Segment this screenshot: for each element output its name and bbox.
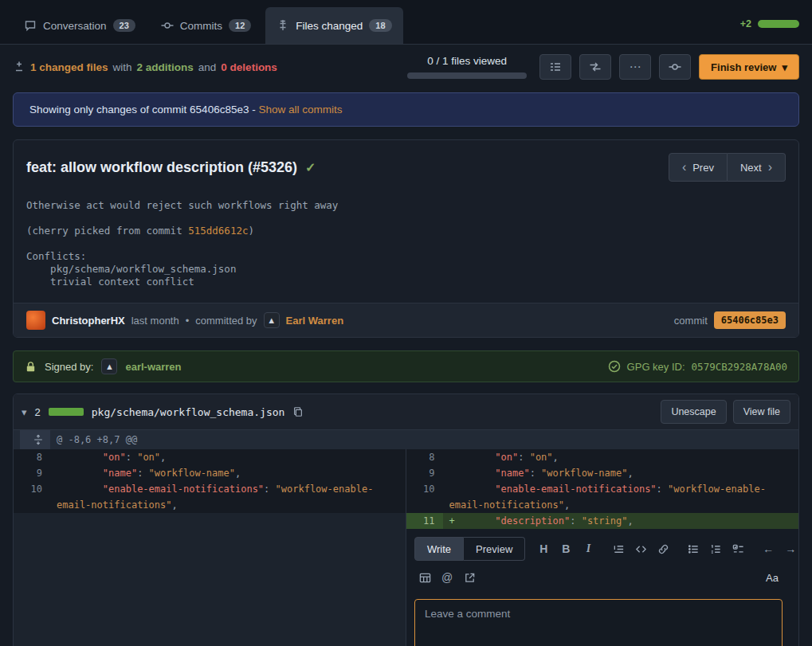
diff-code-row: 8 "on": "on",8 "on": "on", xyxy=(14,449,798,465)
preview-tab[interactable]: Preview xyxy=(464,537,525,561)
additions-count: +2 xyxy=(740,18,751,29)
commit-message-line: Otherwise act would reject such workflow… xyxy=(26,199,786,212)
list-ordered-icon[interactable] xyxy=(705,538,726,559)
line-number[interactable]: 8 xyxy=(14,449,50,465)
view-file-button[interactable]: View file xyxy=(733,400,790,424)
tab-files-changed[interactable]: Files changed 18 xyxy=(265,7,402,44)
tab-conversation[interactable]: Conversation 23 xyxy=(13,7,147,44)
next-commit-button[interactable]: Next › xyxy=(728,153,786,182)
file-name[interactable]: pkg/schema/workflow_schema.json xyxy=(92,406,285,418)
code-line[interactable]: "enable-email-notifications": "workflow-… xyxy=(50,481,406,513)
commit-status-check-icon[interactable]: ✓ xyxy=(305,160,316,175)
code-line[interactable]: "on": "on", xyxy=(50,449,406,465)
committer-name[interactable]: Earl Warren xyxy=(286,315,344,327)
file-header-actions: Unescape View file xyxy=(661,400,790,424)
copy-filename-icon[interactable] xyxy=(292,406,304,417)
prev-label: Prev xyxy=(692,162,714,174)
line-number[interactable]: 10 xyxy=(14,481,50,513)
author-avatar[interactable] xyxy=(26,311,45,330)
italic-icon[interactable]: I xyxy=(578,538,598,559)
tab-commits[interactable]: Commits 12 xyxy=(150,7,263,44)
unescape-button[interactable]: Unescape xyxy=(661,400,726,424)
table-icon[interactable] xyxy=(414,567,435,588)
commit-select-button[interactable] xyxy=(659,54,691,80)
commit-conflicts-block: Conflicts: pkg/schema/workflow_schema.js… xyxy=(26,250,786,288)
cherry-pick-text: ) xyxy=(248,225,254,237)
commit-label: commit xyxy=(674,315,708,327)
tab-label: Files changed xyxy=(296,20,363,32)
file-tree-toggle-button[interactable] xyxy=(539,54,571,80)
diff-options-button[interactable]: ⋯ xyxy=(619,54,651,80)
undo-icon[interactable]: ← xyxy=(758,538,779,559)
diff-view-toggle-button[interactable] xyxy=(579,54,611,80)
triangle-icon: ▲ xyxy=(105,362,114,371)
cherry-pick-text: (cherry picked from commit xyxy=(26,225,188,237)
comment-textarea[interactable] xyxy=(414,599,783,646)
font-size-toggle[interactable]: Aa xyxy=(762,567,783,588)
diff-file-box: ▾ 2 pkg/schema/workflow_schema.json Unes… xyxy=(13,393,799,646)
code-line[interactable]: "on": "on", xyxy=(443,449,799,465)
diff-summary-row: 1 changed files with 2 additions and 0 d… xyxy=(0,45,812,86)
line-number[interactable]: 9 xyxy=(14,465,50,481)
code-icon[interactable] xyxy=(630,538,651,559)
collapse-file-button[interactable]: ▾ xyxy=(22,406,27,418)
editor-tools: H B I xyxy=(533,538,799,559)
tab-count-badge: 18 xyxy=(369,19,391,32)
diff-code-row: 9 "name": "workflow-name",9 "name": "wor… xyxy=(14,465,798,481)
next-label: Next xyxy=(740,162,762,174)
pr-tab-bar: Conversation 23 Commits 12 Files changed… xyxy=(0,0,812,45)
file-diff-icon xyxy=(277,19,289,32)
quote-icon[interactable] xyxy=(608,538,629,559)
prev-commit-button[interactable]: ‹ Prev xyxy=(669,153,728,182)
empty-diff-cell xyxy=(14,513,50,529)
hunk-header-text: @ -8,6 +8,7 @@ xyxy=(50,430,798,449)
diff-summary-text: 1 changed files with 2 additions and 0 d… xyxy=(13,61,277,73)
commit-sha-badge[interactable]: 65406c85e3 xyxy=(714,311,786,329)
commit-pager: ‹ Prev Next › xyxy=(669,153,786,182)
file-change-count: 2 xyxy=(35,406,41,418)
list-unordered-icon[interactable] xyxy=(683,538,704,559)
empty-diff-cell xyxy=(50,513,406,529)
finish-review-button[interactable]: Finish review ▾ xyxy=(699,54,799,80)
mention-icon[interactable]: @ xyxy=(437,567,457,588)
pull-request-files-page: Conversation 23 Commits 12 Files changed… xyxy=(0,0,812,646)
line-number[interactable]: 10 xyxy=(406,481,443,513)
summary-word: and xyxy=(198,61,217,73)
show-all-commits-link[interactable]: Show all commits xyxy=(258,104,342,115)
code-line[interactable]: "name": "workflow-name", xyxy=(443,465,799,481)
tab-label: Commits xyxy=(180,20,222,32)
line-number[interactable]: 9 xyxy=(406,465,443,481)
code-line[interactable]: "enable-email-notifications": "workflow-… xyxy=(443,481,799,513)
ellipsis-icon: ⋯ xyxy=(630,60,641,74)
cherry-pick-commit-link[interactable]: 515dd6612c xyxy=(188,225,248,237)
gpg-verified-icon xyxy=(608,360,621,373)
write-tab[interactable]: Write xyxy=(414,537,464,561)
commit-notice-banner: Showing only changes of commit 65406c85e… xyxy=(13,92,799,127)
redo-icon[interactable]: → xyxy=(780,538,799,559)
chevron-right-icon: › xyxy=(768,160,772,174)
author-name[interactable]: ChristopherHX xyxy=(52,315,125,327)
commit-time: last month xyxy=(131,315,179,327)
diffstat-bar xyxy=(758,20,799,28)
heading-icon[interactable]: H xyxy=(533,538,554,559)
code-line[interactable]: + "description": "string", xyxy=(443,513,799,529)
files-viewed-label: 0 / 1 files viewed xyxy=(407,55,527,67)
commit-header: feat: allow workflow description (#5326)… xyxy=(14,140,798,188)
file-diffstat-bar xyxy=(49,408,84,416)
link-icon[interactable] xyxy=(653,538,673,559)
signer-avatar[interactable]: ▲ xyxy=(101,358,117,374)
reference-icon[interactable] xyxy=(459,567,480,588)
line-number[interactable]: 11 xyxy=(406,513,443,529)
committer-avatar[interactable]: ▲ xyxy=(264,312,280,328)
signer-name[interactable]: earl-warren xyxy=(125,361,181,373)
line-number[interactable]: 8 xyxy=(406,449,443,465)
empty-diff-cell xyxy=(50,529,406,646)
deletions-text: 0 deletions xyxy=(221,61,277,73)
diff-code-row: 10 "enable-email-notifications": "workfl… xyxy=(14,481,798,513)
review-toolbar: 0 / 1 files viewed ⋯ Finish review ▾ xyxy=(407,54,799,80)
changed-files-link[interactable]: 1 changed files xyxy=(30,61,108,73)
checklist-icon[interactable] xyxy=(728,538,748,559)
tab-count-badge: 12 xyxy=(229,19,251,32)
bold-icon[interactable]: B xyxy=(555,538,576,559)
code-line[interactable]: "name": "workflow-name", xyxy=(50,465,406,481)
